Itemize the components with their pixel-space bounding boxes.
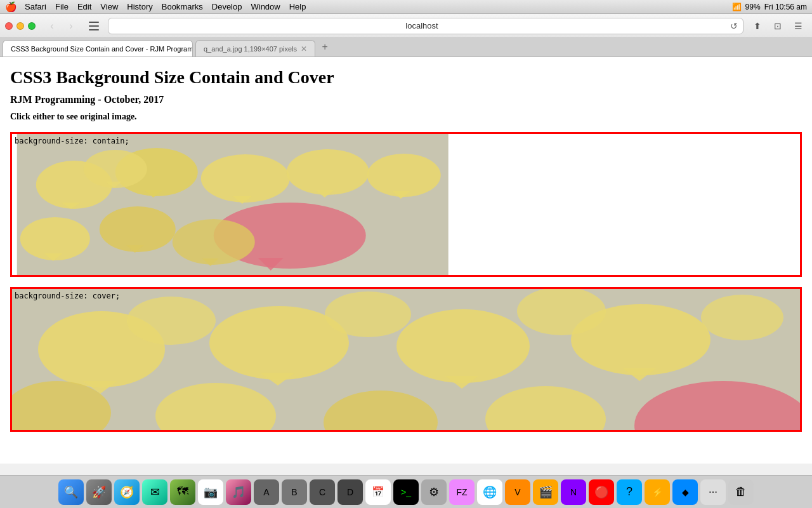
contain-label: background-size: contain; (15, 137, 129, 145)
page-instruction: Click either to see original image. (10, 112, 802, 122)
menu-file[interactable]: File (55, 2, 69, 11)
cover-svg (12, 289, 800, 430)
titlebar-right: 📶 99% Fri 10:56 am (732, 3, 807, 11)
svg-point-41 (701, 295, 783, 340)
svg-point-40 (517, 289, 606, 335)
show-tabs-button[interactable]: ☰ (789, 17, 807, 35)
menu-safari[interactable]: Safari (25, 2, 46, 11)
add-tab-button[interactable]: + (318, 40, 332, 54)
apple-logo: 🍎 (5, 1, 17, 13)
contain-demo (12, 134, 800, 275)
svg-point-22 (173, 219, 255, 265)
minimize-window-button[interactable] (16, 22, 24, 30)
menu-view[interactable]: View (100, 2, 118, 11)
battery-label: 99% (745, 3, 761, 11)
back-button[interactable]: ‹ (43, 17, 61, 35)
tab-active[interactable]: CSS3 Background Size Contain and Cover -… (3, 40, 193, 57)
tab1-label: CSS3 Background Size Contain and Cover -… (11, 45, 193, 53)
tab2-label: q_and_a.jpg 1,199×407 pixels (204, 45, 297, 53)
contain-image-area (12, 134, 454, 275)
new-tab-button[interactable]: ⊡ (769, 17, 787, 35)
menu-window[interactable]: Window (251, 2, 280, 11)
macos-menubar: 🍎 Safari File Edit View History Bookmark… (0, 0, 812, 14)
maximize-window-button[interactable] (28, 22, 36, 30)
cover-demo (12, 289, 800, 430)
web-content: CSS3 Background Size Contain and Cover R… (0, 57, 812, 464)
menu-develop[interactable]: Develop (212, 2, 242, 11)
reload-button[interactable]: ↺ (730, 21, 738, 31)
browser-toolbar: ‹ › ↺ ⬆ ⊡ ☰ (0, 14, 812, 38)
contain-demo-container[interactable]: background-size: contain; (10, 132, 802, 277)
tab2-close[interactable]: ✕ (301, 44, 307, 53)
page-title: CSS3 Background Size Contain and Cover (10, 67, 802, 88)
svg-rect-1 (89, 25, 99, 27)
svg-point-10 (287, 149, 369, 195)
nav-buttons: ‹ › (43, 17, 80, 35)
traffic-lights (5, 22, 36, 30)
menu-bookmarks[interactable]: Bookmarks (162, 2, 203, 11)
wifi-icon: 📶 (732, 3, 742, 11)
cover-label: background-size: cover; (15, 291, 120, 300)
contain-white-area (454, 134, 800, 275)
svg-point-39 (325, 291, 411, 337)
address-bar-wrapper: ↺ (108, 18, 743, 34)
share-button[interactable]: ⬆ (749, 17, 766, 35)
address-input[interactable] (114, 21, 730, 30)
contain-svg (12, 134, 454, 275)
status-icons: 📶 99% Fri 10:56 am (732, 3, 807, 11)
page-subtitle: RJM Programming - October, 2017 (10, 94, 802, 105)
time-label: Fri 10:56 am (764, 3, 807, 11)
menu-history[interactable]: History (127, 2, 152, 11)
sidebar-button[interactable] (85, 17, 103, 35)
cover-demo-container[interactable]: background-size: cover; (10, 287, 802, 432)
toolbar-right-buttons: ⬆ ⊡ ☰ (749, 17, 807, 35)
svg-point-12 (367, 154, 441, 197)
menu-edit[interactable]: Edit (77, 2, 91, 11)
tab-inactive[interactable]: q_and_a.jpg 1,199×407 pixels ✕ (195, 40, 315, 57)
svg-point-8 (201, 154, 290, 203)
svg-rect-0 (89, 22, 99, 23)
sidebar-icon (89, 22, 99, 30)
menu-bar[interactable]: Safari File Edit View History Bookmarks … (25, 2, 306, 11)
svg-rect-2 (89, 29, 99, 30)
tabs-bar: CSS3 Background Size Contain and Cover -… (0, 38, 812, 57)
menu-help[interactable]: Help (289, 2, 306, 11)
close-window-button[interactable] (5, 22, 13, 30)
svg-point-38 (127, 297, 216, 345)
svg-point-29 (396, 309, 530, 383)
forward-button[interactable]: › (62, 17, 80, 35)
